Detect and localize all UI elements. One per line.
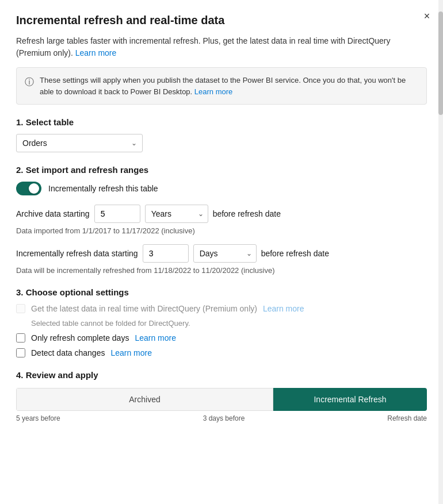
info-learn-more-link[interactable]: Learn more (194, 87, 232, 96)
intro-text: Refresh large tables faster with increme… (16, 35, 427, 59)
complete-days-label: Only refresh complete days (31, 333, 129, 343)
section-import-refresh: 2. Set import and refresh ranges Increme… (16, 165, 427, 275)
detect-changes-checkbox[interactable] (16, 348, 25, 357)
timeline-bar: Archived Incremental Refresh (16, 388, 427, 411)
directquery-checkbox[interactable] (16, 304, 25, 313)
timeline-left-label: 5 years before (16, 414, 60, 422)
refresh-label: Incrementally refresh data starting (16, 249, 138, 258)
directquery-row: Get the latest data in real time with Di… (16, 304, 427, 313)
complete-days-row: Only refresh complete days Learn more (16, 333, 427, 343)
table-select-wrap: Orders Customers Products ⌄ (16, 134, 143, 152)
archive-suffix: before refresh date (213, 209, 281, 218)
complete-days-learn-more-link[interactable]: Learn more (135, 333, 176, 343)
info-box: ⓘ These settings will apply when you pub… (16, 67, 427, 105)
incremental-refresh-toggle[interactable] (16, 182, 41, 195)
scrollbar-thumb[interactable] (438, 11, 443, 115)
toggle-row: Incrementally refresh this table (16, 182, 427, 195)
refresh-unit-select-wrap: Days Months Years ⌄ (193, 244, 257, 263)
detect-changes-label: Detect data changes (31, 348, 105, 357)
detect-changes-learn-more-link[interactable]: Learn more (110, 348, 152, 357)
section-optional: 3. Choose optional settings Get the late… (16, 287, 427, 357)
archive-hint: Data imported from 1/1/2017 to 11/17/202… (16, 226, 427, 235)
timeline-middle-label: 3 days before (203, 414, 245, 422)
refresh-number-input[interactable] (143, 244, 189, 263)
import-refresh-title: 2. Set import and refresh ranges (16, 165, 427, 175)
table-select[interactable]: Orders Customers Products (16, 134, 143, 152)
directquery-label: Get the latest data in real time with Di… (31, 304, 257, 313)
archive-label: Archive data starting (16, 209, 90, 218)
refresh-hint: Data will be incrementally refreshed fro… (16, 266, 427, 275)
timeline-labels: 5 years before 3 days before Refresh dat… (16, 414, 427, 422)
detect-changes-row: Detect data changes Learn more (16, 348, 427, 357)
scrollbar[interactable] (438, 0, 443, 504)
refresh-suffix: before refresh date (261, 249, 329, 258)
timeline-container: Archived Incremental Refresh 5 years bef… (16, 388, 427, 422)
timeline-archived-segment: Archived (16, 388, 273, 411)
review-title: 4. Review and apply (16, 370, 427, 380)
timeline-incremental-segment: Incremental Refresh (273, 388, 427, 411)
close-button[interactable]: × (419, 8, 435, 24)
timeline-right-label: Refresh date (387, 414, 427, 422)
directquery-learn-more-link[interactable]: Learn more (263, 304, 304, 313)
refresh-unit-select[interactable]: Days Months Years (193, 244, 257, 263)
archive-number-input[interactable] (94, 205, 140, 223)
intro-learn-more-link[interactable]: Learn more (75, 48, 117, 57)
archive-unit-select[interactable]: Days Months Years (145, 205, 208, 223)
section-review: 4. Review and apply Archived Incremental… (16, 370, 427, 422)
dialog: × Incremental refresh and real-time data… (0, 0, 443, 504)
info-icon: ⓘ (25, 75, 34, 89)
toggle-thumb (29, 183, 39, 194)
complete-days-checkbox[interactable] (16, 333, 25, 343)
directquery-disabled-note: Selected table cannot be folded for Dire… (31, 319, 427, 328)
archive-range-row: Archive data starting Days Months Years … (16, 205, 427, 223)
archive-unit-select-wrap: Days Months Years ⌄ (145, 205, 208, 223)
toggle-label: Incrementally refresh this table (48, 184, 158, 193)
section-select-table: 1. Select table Orders Customers Product… (16, 117, 427, 152)
select-table-title: 1. Select table (16, 117, 427, 127)
optional-title: 3. Choose optional settings (16, 287, 427, 297)
refresh-range-row: Incrementally refresh data starting Days… (16, 244, 427, 263)
dialog-title: Incremental refresh and real-time data (16, 14, 427, 27)
